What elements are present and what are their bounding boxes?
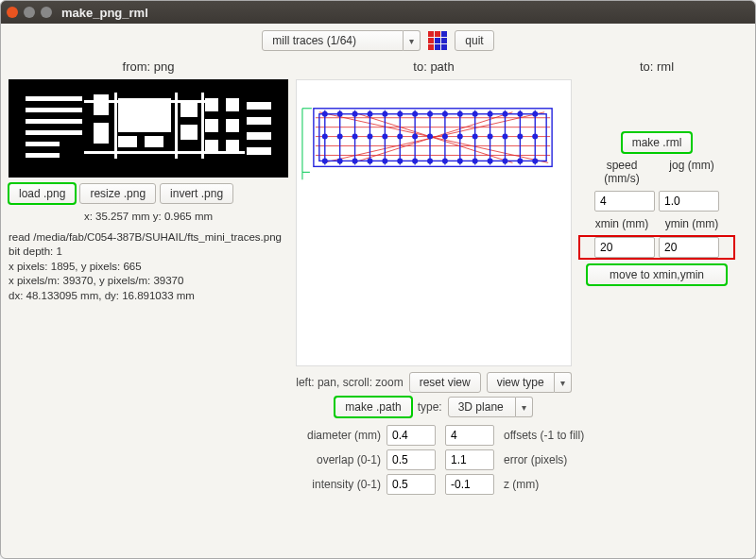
svg-point-62: [337, 158, 343, 163]
svg-point-66: [397, 158, 403, 163]
main-columns: from: png: [1, 58, 755, 520]
diameter-input[interactable]: [387, 425, 436, 446]
panel-to-path: to: path: [296, 58, 572, 520]
ymin-label: ymin (mm): [661, 217, 723, 230]
pcb-trace-icon: [9, 79, 288, 178]
resize-png-button[interactable]: resize .png: [79, 183, 156, 204]
svg-point-43: [502, 111, 507, 117]
svg-point-65: [382, 158, 387, 163]
path-canvas[interactable]: [296, 79, 572, 366]
svg-point-36: [397, 111, 403, 117]
svg-point-50: [382, 134, 387, 140]
window-close-icon[interactable]: [7, 7, 18, 18]
svg-point-59: [517, 134, 523, 140]
svg-point-39: [442, 111, 448, 117]
path-type-caret[interactable]: [516, 397, 533, 417]
window-title: make_png_rml: [61, 6, 148, 20]
svg-rect-24: [84, 100, 207, 103]
svg-rect-3: [26, 119, 82, 124]
svg-point-68: [427, 158, 433, 163]
reset-view-button[interactable]: reset view: [409, 372, 481, 393]
svg-point-73: [502, 158, 507, 163]
svg-rect-10: [118, 136, 137, 147]
window-minimize-icon[interactable]: [24, 7, 35, 18]
svg-point-61: [322, 158, 328, 163]
svg-point-69: [442, 158, 448, 163]
xmin-input[interactable]: [594, 237, 655, 258]
move-to-origin-button[interactable]: move to xmin,ymin: [587, 264, 727, 285]
toolbar: mill traces (1/64) quit: [1, 24, 755, 58]
svg-rect-28: [201, 93, 204, 159]
type-label: type:: [418, 400, 442, 414]
svg-rect-22: [247, 132, 271, 140]
svg-point-33: [352, 111, 358, 117]
svg-rect-8: [94, 123, 109, 144]
svg-point-75: [532, 158, 538, 163]
svg-point-44: [517, 111, 523, 117]
svg-point-40: [457, 111, 463, 117]
z-input[interactable]: [445, 474, 494, 495]
panel-to-path-heading: to: path: [296, 58, 572, 79]
grid-icon[interactable]: [426, 29, 449, 52]
path-type-value[interactable]: 3D plane: [448, 397, 516, 417]
quit-button[interactable]: quit: [455, 30, 493, 51]
intensity-label: intensity (0-1): [296, 478, 381, 491]
svg-rect-5: [26, 142, 60, 146]
mode-select[interactable]: mill traces (1/64): [262, 30, 421, 51]
svg-point-42: [488, 111, 493, 117]
svg-rect-25: [84, 151, 245, 154]
svg-rect-6: [26, 153, 60, 158]
offsets-input[interactable]: [445, 425, 494, 446]
view-type-select[interactable]: view type: [487, 372, 572, 393]
svg-rect-21: [247, 117, 271, 125]
jog-label: jog (mm): [661, 159, 723, 185]
toolpath-preview-icon: [297, 80, 571, 365]
diameter-label: diameter (mm): [296, 429, 381, 442]
svg-point-63: [352, 158, 358, 163]
svg-rect-9: [118, 98, 171, 132]
path-controls: left: pan, scroll: zoom reset view view …: [296, 372, 572, 495]
svg-point-60: [532, 134, 538, 140]
overlap-label: overlap (0-1): [296, 453, 381, 466]
canvas-hint: left: pan, scroll: zoom: [296, 376, 403, 389]
intensity-input[interactable]: [387, 474, 436, 495]
invert-png-button[interactable]: invert .png: [160, 183, 233, 204]
ymin-input[interactable]: [659, 237, 719, 258]
svg-rect-13: [180, 125, 198, 140]
svg-point-34: [367, 111, 372, 117]
svg-point-58: [502, 134, 507, 140]
svg-point-38: [427, 111, 433, 117]
view-type-value[interactable]: view type: [487, 372, 555, 393]
panel-from-png-heading: from: png: [9, 58, 288, 79]
svg-rect-7: [94, 94, 109, 115]
error-input[interactable]: [445, 449, 494, 470]
svg-point-70: [457, 158, 463, 163]
svg-point-35: [382, 111, 387, 117]
mode-select-caret[interactable]: [404, 30, 421, 51]
svg-point-71: [472, 158, 478, 163]
speed-input[interactable]: [594, 191, 655, 212]
svg-point-41: [472, 111, 478, 117]
titlebar: make_png_rml: [1, 1, 755, 24]
make-rml-button[interactable]: make .rml: [622, 132, 693, 153]
mode-select-value[interactable]: mill traces (1/64): [262, 30, 404, 51]
svg-point-32: [337, 111, 343, 117]
jog-input[interactable]: [659, 191, 719, 212]
window-maximize-icon[interactable]: [41, 7, 52, 18]
svg-point-52: [412, 134, 418, 140]
svg-rect-18: [226, 119, 239, 132]
svg-rect-1: [26, 96, 82, 101]
png-preview[interactable]: [9, 79, 288, 178]
panel-to-rml: to: rml make .rml speed (mm/s) jog (mm) …: [579, 58, 734, 520]
overlap-input[interactable]: [387, 449, 436, 470]
svg-point-53: [427, 134, 433, 140]
load-png-button[interactable]: load .png: [9, 183, 76, 204]
view-type-caret[interactable]: [555, 372, 572, 393]
speed-label: speed (mm/s): [591, 159, 653, 185]
make-path-button[interactable]: make .path: [335, 397, 411, 417]
svg-rect-4: [26, 130, 82, 135]
svg-point-51: [397, 134, 403, 140]
path-type-select[interactable]: 3D plane: [448, 397, 533, 417]
svg-point-49: [367, 134, 372, 140]
svg-point-48: [352, 134, 358, 140]
